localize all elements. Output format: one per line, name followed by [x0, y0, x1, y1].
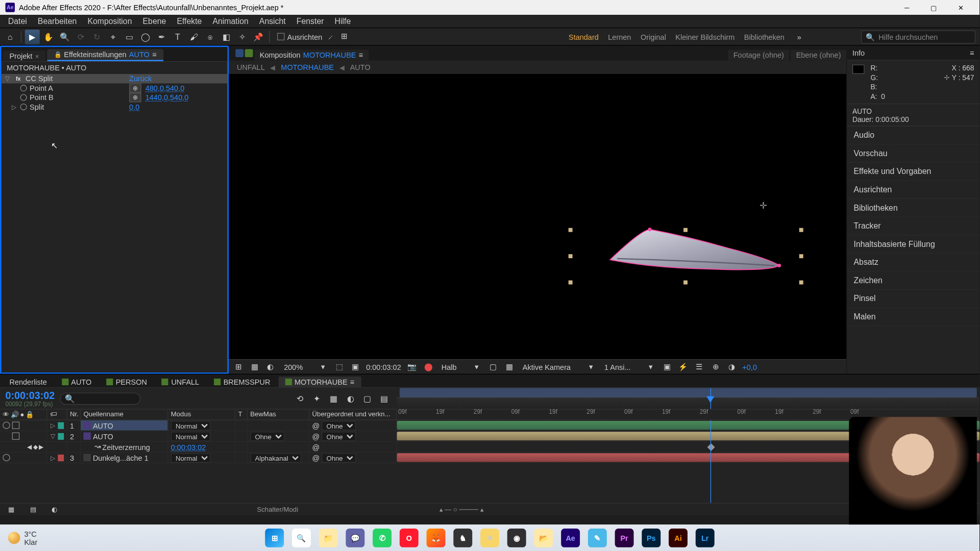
panel-paragraph[interactable]: Absatz: [847, 254, 979, 272]
trkmat-select[interactable]: Ohne: [250, 431, 284, 440]
menu-hilfe[interactable]: Hilfe: [329, 15, 356, 28]
selection-tool[interactable]: ▶: [25, 29, 40, 44]
close-icon[interactable]: ×: [35, 52, 39, 59]
panel-tracker[interactable]: Tracker: [847, 217, 979, 236]
property-value[interactable]: 0:00:03:02: [171, 443, 206, 451]
pickwhip-icon[interactable]: @: [312, 443, 320, 451]
timeline-icon[interactable]: ☰: [694, 361, 704, 372]
chevron-down-icon[interactable]: ▾: [317, 361, 328, 372]
pixel-aspect-icon[interactable]: ▣: [662, 361, 672, 372]
workspace-standard[interactable]: Standard: [569, 33, 599, 41]
menu-datei[interactable]: Datei: [3, 15, 32, 28]
snap-options-icon[interactable]: ⟋: [325, 29, 336, 44]
maximize-button[interactable]: ▢: [920, 0, 947, 15]
chevron-down-icon[interactable]: ▾: [472, 361, 482, 372]
panel-menu-icon[interactable]: ≡: [350, 378, 354, 386]
audio-toggle[interactable]: [12, 432, 19, 439]
comp-mini5-icon[interactable]: ▢: [360, 391, 375, 406]
switches-modes-toggle[interactable]: Schalter/Modi: [257, 506, 298, 513]
exposure-value[interactable]: +0,0: [742, 363, 757, 371]
minimize-button[interactable]: ─: [893, 0, 920, 15]
taskbar-app3[interactable]: ✎: [586, 527, 609, 549]
layer-color[interactable]: [58, 433, 64, 439]
home-icon[interactable]: ⌂: [3, 29, 17, 44]
menu-komposition[interactable]: Komposition: [82, 15, 137, 28]
panel-vorschau[interactable]: Vorschau: [847, 144, 979, 163]
tl-tab-bremsspur[interactable]: BREMSSPUR: [207, 377, 277, 387]
visibility-toggle[interactable]: [3, 421, 10, 429]
taskbar-search[interactable]: 🔍: [290, 527, 313, 549]
flowchart-icon[interactable]: ⊕: [710, 361, 721, 372]
audio-toggle[interactable]: [12, 421, 19, 429]
stopwatch-icon[interactable]: [20, 104, 27, 110]
zoom-select[interactable]: 200%: [281, 362, 312, 371]
layer-color[interactable]: [58, 454, 64, 461]
taskbar-premiere[interactable]: Pr: [613, 527, 636, 549]
comp-mini3-icon[interactable]: ▦: [326, 391, 341, 406]
taskbar-app2[interactable]: ☀: [478, 527, 501, 549]
chevron-left-icon[interactable]: ◀: [339, 64, 345, 71]
workspace-bibliotheken[interactable]: Bibliotheken: [744, 33, 785, 41]
layer-search[interactable]: 🔍: [60, 392, 141, 405]
taskbar-app1[interactable]: ♞: [451, 527, 474, 549]
effect-name[interactable]: CC Split: [26, 74, 53, 83]
close-button[interactable]: ✕: [947, 0, 974, 15]
crosshair-button[interactable]: ⊕: [129, 83, 141, 92]
twirl-icon[interactable]: ▷: [50, 454, 57, 461]
twirl-icon[interactable]: ▽: [4, 76, 11, 82]
comp-mini2-icon[interactable]: ✦: [309, 391, 324, 406]
tl-tab-motorhaube[interactable]: MOTORHAUBE≡: [278, 377, 361, 387]
kf-prev-icon[interactable]: ◀: [27, 443, 32, 450]
rectangle-tool[interactable]: ▭: [122, 29, 137, 44]
split-value[interactable]: 0,0: [129, 103, 139, 111]
workspace-kleiner[interactable]: Kleiner Bildschirm: [675, 33, 734, 41]
taskbar-aftereffects[interactable]: Ae: [559, 527, 582, 549]
magnification-icon[interactable]: ⊞: [233, 361, 243, 372]
bbox-handle[interactable]: [569, 281, 573, 285]
timecode-icon[interactable]: ▣: [350, 361, 361, 372]
roi-icon[interactable]: ▢: [487, 361, 498, 372]
kf-add-icon[interactable]: ◆: [33, 443, 38, 450]
camera-select[interactable]: Aktive Kamera: [520, 362, 580, 371]
time-remap-icon[interactable]: ↝: [94, 442, 101, 451]
resolution-icon[interactable]: ⬚: [334, 361, 345, 372]
tab-effect-controls[interactable]: 🔒 Effekteinstellungen AUTO ≡: [47, 49, 163, 61]
layer-name[interactable]: AUTO: [81, 420, 168, 431]
tl-tab-unfall[interactable]: UNFALL: [155, 377, 206, 387]
taskbar-illustrator[interactable]: Ai: [667, 527, 690, 549]
taskbar-teams[interactable]: 💬: [344, 527, 366, 549]
taskbar-weather[interactable]: 3°CKlar: [8, 530, 37, 546]
layer-color[interactable]: [58, 422, 64, 429]
pickwhip-icon[interactable]: @: [312, 454, 320, 462]
workspace-lernen[interactable]: Lernen: [608, 33, 631, 41]
audio-col-icon[interactable]: 🔊: [11, 411, 19, 418]
grid-icon[interactable]: ▦: [249, 361, 260, 372]
point-b-value[interactable]: 1440,0,540,0: [145, 93, 189, 102]
snap-checkbox[interactable]: [277, 33, 284, 40]
panel-content-aware[interactable]: Inhaltsbasierte Füllung: [847, 235, 979, 254]
channel-icon[interactable]: ⬤: [423, 361, 433, 372]
parent-select[interactable]: Ohne: [322, 453, 356, 462]
panel-align[interactable]: Ausrichten: [847, 181, 979, 199]
stopwatch-icon[interactable]: [20, 94, 27, 101]
twirl-icon[interactable]: ▽: [50, 433, 57, 439]
menu-ebene[interactable]: Ebene: [137, 15, 172, 28]
snap-grid-icon[interactable]: ⊞: [338, 29, 349, 44]
menu-animation[interactable]: Animation: [207, 15, 254, 28]
panel-libraries[interactable]: Bibliotheken: [847, 199, 979, 217]
blend-mode-select[interactable]: Normal: [171, 453, 211, 462]
puppet-tool[interactable]: 📌: [251, 29, 266, 44]
blend-mode-select[interactable]: Normal: [171, 420, 211, 430]
reset-link[interactable]: Zurück: [129, 74, 152, 83]
bbox-handle[interactable]: [799, 281, 803, 285]
composition-viewer[interactable]: ✛: [229, 74, 846, 359]
comp-mini4-icon[interactable]: ◐: [343, 391, 358, 406]
chevron-down-icon[interactable]: ▾: [646, 361, 656, 372]
lock-col-icon[interactable]: 🔒: [26, 411, 34, 418]
start-button[interactable]: ⊞: [263, 527, 286, 549]
panel-menu-icon[interactable]: ≡: [359, 51, 363, 59]
taskbar-lightroom[interactable]: Lr: [694, 527, 717, 549]
views-select[interactable]: 1 Ansi...: [602, 362, 640, 371]
current-time[interactable]: 0:00:03:02: [6, 389, 55, 400]
blend-mode-select[interactable]: Normal: [171, 431, 211, 440]
